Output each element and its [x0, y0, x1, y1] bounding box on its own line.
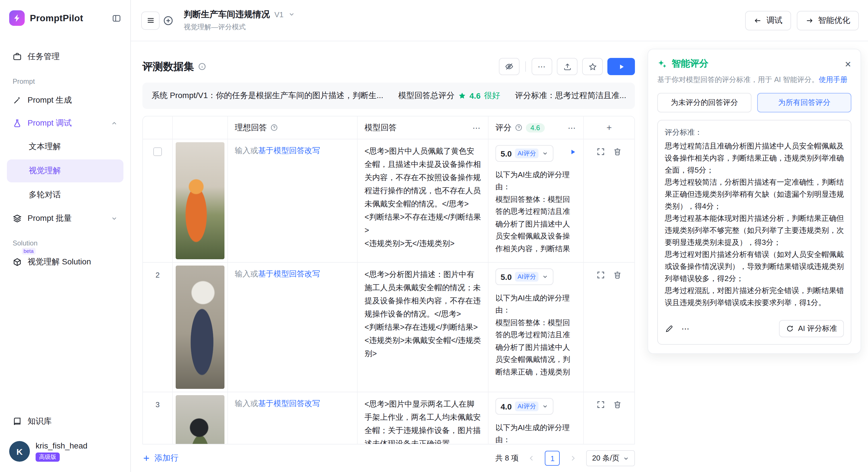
rewrite-from-model-link[interactable]: 基于模型回答改写	[258, 399, 320, 408]
row-image-thumbnail[interactable]	[176, 266, 224, 389]
criteria-text[interactable]: 思考过程简洁且准确分析图片描述中人员安全帽佩戴及设备操作相关内容，判断结果正确，…	[665, 140, 844, 314]
chevron-down-icon	[111, 215, 118, 222]
prev-page-button[interactable]	[524, 451, 539, 466]
column-more-icon[interactable]: ⋯	[568, 123, 577, 132]
chevron-down-icon	[623, 455, 629, 461]
plus-icon: ＋	[605, 122, 613, 133]
score-select[interactable]: 4.0 AI评分	[495, 398, 553, 415]
sidebar-item-tasks[interactable]: 任务管理	[7, 45, 123, 68]
row-select-cell	[143, 139, 173, 262]
help-icon[interactable]	[515, 124, 522, 131]
system-prompt-summary[interactable]: 系统 Prompt/V1：你的任务是根据生产车间的图片描述，判断生...	[152, 91, 383, 101]
sidebar-sub-label: 多轮对话	[29, 190, 61, 200]
add-column-button[interactable]: ＋	[584, 116, 634, 139]
more-actions-button[interactable]: ⋯	[532, 58, 552, 75]
dataset-column: 评测数据集 ⋯	[131, 41, 641, 472]
model-answer-cell[interactable]: <思考>分析图片描述：图片中有施工人员未佩戴安全帽的情况；未提及设备操作相关内容…	[358, 263, 489, 392]
ai-score-reason: 以下为AI生成的评分理由：	[495, 422, 577, 444]
sidebar-item-text-understanding[interactable]: 文本理解	[7, 135, 123, 158]
favorite-button[interactable]	[582, 58, 603, 75]
score-select[interactable]: 5.0 AI评分	[495, 145, 553, 162]
table-row: 2 输入或基于模型回答改写 <思考>分析图片描述：图片中有施工人员未佩戴安全帽的…	[143, 263, 634, 392]
ideal-answer-cell[interactable]: 输入或基于模型回答改写	[228, 139, 358, 262]
ideal-placeholder: 输入或	[235, 146, 258, 155]
next-page-button[interactable]	[566, 451, 581, 466]
expand-row-icon[interactable]	[596, 271, 605, 386]
info-icon[interactable]	[198, 63, 206, 71]
topbar: 判断生产车间违规情况 V1 视觉理解—评分模式 调试 智能优化	[131, 0, 868, 41]
user-account[interactable]: K kris_fish_head 高级版	[0, 433, 130, 472]
rewrite-from-model-link[interactable]: 基于模型回答改写	[258, 146, 320, 155]
add-row-button[interactable]: 添加行	[143, 453, 179, 463]
row-image-cell	[173, 139, 228, 262]
add-circle-icon[interactable]	[160, 12, 177, 29]
close-icon[interactable]: ✕	[845, 59, 851, 69]
plan-badge: 高级版	[36, 452, 60, 462]
row-image-thumbnail[interactable]	[176, 142, 224, 259]
hide-columns-button[interactable]	[499, 58, 520, 75]
version-chevron-down-icon[interactable]	[288, 11, 295, 18]
column-more-icon[interactable]: ⋯	[472, 123, 481, 132]
scoring-criteria-box[interactable]: 评分标准： 思考过程简洁且准确分析图片描述中人员安全帽佩戴及设备操作相关内容，判…	[657, 120, 851, 345]
sidebar-item-multi-turn[interactable]: 多轮对话	[7, 183, 123, 206]
briefcase-icon	[12, 52, 22, 61]
rewrite-from-model-link[interactable]: 基于模型回答改写	[258, 270, 320, 278]
expand-row-icon[interactable]	[596, 400, 605, 444]
sidebar-item-label: Prompt 生成	[28, 95, 72, 105]
ideal-answer-cell[interactable]: 输入或基于模型回答改写	[228, 263, 358, 392]
run-all-button[interactable]	[608, 58, 635, 75]
help-icon[interactable]	[270, 124, 278, 131]
delete-row-icon[interactable]	[613, 271, 622, 386]
content: 评测数据集 ⋯	[131, 41, 868, 472]
score-select[interactable]: 5.0 AI评分	[495, 268, 553, 285]
delete-row-icon[interactable]	[613, 147, 622, 256]
column-label: 理想回答	[235, 123, 267, 133]
criteria-summary[interactable]: 评分标准：思考过程简洁且准...	[515, 91, 626, 101]
debug-button[interactable]: 调试	[745, 11, 791, 30]
panel-description: 基于你对模型回答的评分标准，用于 AI 智能评分。使用手册	[657, 74, 851, 86]
sidebar-item-visual-understanding[interactable]: 视觉理解	[7, 160, 123, 182]
expand-row-icon[interactable]	[596, 147, 605, 256]
edit-pencil-icon[interactable]	[665, 324, 673, 333]
score-all-button[interactable]: 为所有回答评分	[757, 93, 851, 112]
debug-button-label: 调试	[766, 15, 782, 26]
star-filled-icon	[458, 92, 466, 100]
book-icon	[12, 417, 22, 426]
ideal-answer-cell[interactable]: 输入或基于模型回答改写	[228, 392, 358, 444]
page-title: 判断生产车间违规情况	[184, 9, 270, 20]
sidebar-item-prompt-gen[interactable]: Prompt 生成	[7, 89, 123, 112]
header-image-cell	[173, 116, 228, 139]
sidebar-item-prompt-debug[interactable]: Prompt 调试	[7, 112, 123, 135]
chevron-down-icon	[542, 150, 548, 157]
ai-score-reason: 以下为AI生成的评分理由： 模型回答整体：模型回答的思考过程简洁且准确分析了图片…	[495, 292, 577, 378]
row-image-cell	[173, 263, 228, 392]
toolbar-divider	[525, 61, 526, 72]
manual-link[interactable]: 使用手册	[819, 76, 848, 84]
more-options-icon[interactable]: ⋯	[681, 324, 690, 333]
delete-row-icon[interactable]	[613, 400, 622, 444]
sidebar-collapse-icon[interactable]	[112, 13, 121, 23]
row-actions-cell	[584, 392, 634, 444]
row-checkbox[interactable]	[153, 147, 162, 156]
page-size-select[interactable]: 20 条/页	[586, 450, 635, 466]
logo-row: PromptPilot	[0, 0, 130, 32]
row-run-button[interactable]	[569, 148, 577, 156]
smart-optimize-button[interactable]: 智能优化	[797, 11, 859, 30]
score-unscored-button[interactable]: 为未评分的回答评分	[657, 93, 751, 112]
panel-description-text: 基于你对模型回答的评分标准，用于 AI 智能评分。	[657, 76, 819, 84]
model-answer-cell[interactable]: <思考>图片中显示两名工人在脚手架上作业，两名工人均未佩戴安全帽；关于违规操作设…	[358, 392, 489, 444]
sidebar-item-label: 任务管理	[28, 52, 60, 62]
row-image-thumbnail[interactable]	[176, 395, 224, 444]
page-number[interactable]: 1	[545, 451, 560, 466]
menu-icon[interactable]	[141, 11, 160, 30]
eye-off-icon	[505, 62, 514, 71]
model-answer-cell[interactable]: <思考>图片中人员佩戴了黄色安全帽，且描述中未提及设备操作相关内容，不存在不按照…	[358, 139, 489, 262]
upload-button[interactable]	[557, 58, 578, 75]
ideal-placeholder: 输入或	[235, 270, 258, 278]
sidebar-item-knowledge-base[interactable]: 知识库	[7, 410, 123, 433]
ai-score-tag: AI评分	[515, 148, 538, 158]
ai-criteria-button[interactable]: AI 评分标准	[779, 320, 844, 337]
sidebar-item-visual-solution[interactable]: beta 视觉理解 Solution	[7, 250, 123, 274]
sidebar-item-prompt-batch[interactable]: Prompt 批量	[7, 207, 123, 230]
table-footer: 添加行 共 8 项 1 20 条/页	[143, 444, 635, 472]
